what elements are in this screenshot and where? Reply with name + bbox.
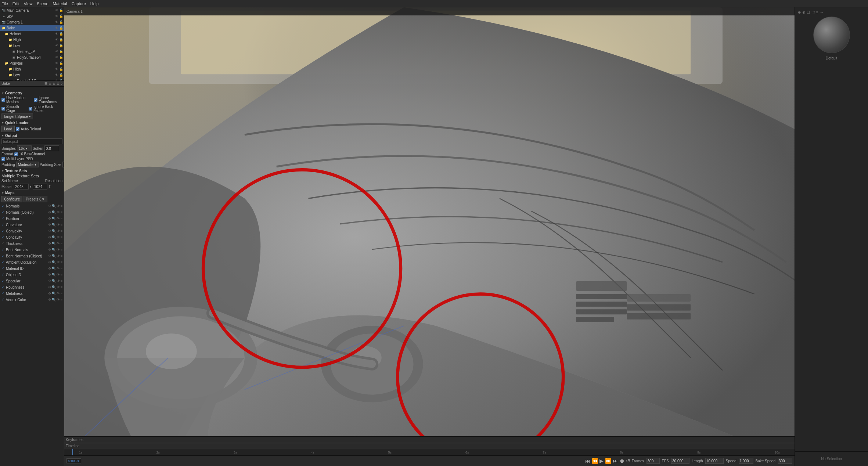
ignore-transforms[interactable]: Ignore Transforms (34, 96, 62, 104)
res-up-down[interactable]: ⬆ (48, 185, 51, 188)
tree-eye-0[interactable]: 👁 (55, 8, 58, 12)
tree-eye-1[interactable]: 👁 (55, 14, 58, 18)
map-eye-12[interactable]: 👁 (57, 279, 60, 283)
map-check-7[interactable]: ✓ (1, 248, 6, 252)
tree-item-sky[interactable]: ☁ Sky 👁 🔒 (0, 13, 64, 19)
res-width-input[interactable] (14, 184, 29, 189)
use-hidden-meshes-checkbox[interactable] (1, 98, 5, 102)
map-check-15[interactable]: ✓ (1, 298, 6, 301)
map-extra-8[interactable]: ≡ (61, 254, 62, 258)
tree-item-high[interactable]: 📁 High 👁 🔒 (0, 66, 64, 72)
auto-reload[interactable]: Auto-Reload (16, 127, 41, 131)
use-hidden-meshes[interactable]: Use Hidden Meshes (1, 96, 33, 104)
tree-item-helmet_lp[interactable]: ▣ Helmet_LP 👁 🔒 (0, 48, 64, 54)
menu-view[interactable]: View (24, 1, 33, 6)
map-settings-1[interactable]: ⚙ (48, 210, 51, 214)
tree-item-high[interactable]: 📁 High 👁 🔒 (0, 37, 64, 43)
map-extra-10[interactable]: ≡ (61, 267, 62, 270)
map-search-11[interactable]: 🔍 (52, 273, 56, 277)
record-button[interactable]: ⏺ (619, 458, 624, 464)
map-check-9[interactable]: ✓ (1, 260, 6, 264)
tree-eye-3[interactable]: 👁 (55, 26, 58, 30)
map-settings-4[interactable]: ⚙ (48, 229, 51, 233)
map-check-10[interactable]: ✓ (1, 267, 6, 270)
menu-file[interactable]: File (1, 1, 8, 6)
soften-input[interactable] (44, 145, 59, 151)
presets-button[interactable]: Presets 8▼ (24, 196, 47, 202)
map-check-0[interactable]: ✓ (1, 204, 6, 208)
step-back-button[interactable]: ⏪ (592, 458, 598, 464)
map-extra-2[interactable]: ≡ (61, 217, 62, 220)
rp-icon-6[interactable]: ↔ (820, 10, 824, 14)
samples-dropdown[interactable]: 16x (17, 145, 32, 151)
tree-lock-1[interactable]: 🔒 (59, 14, 63, 18)
tree-lock-11[interactable]: 🔒 (59, 73, 63, 77)
map-check-2[interactable]: ✓ (1, 217, 6, 220)
map-eye-15[interactable]: 👁 (57, 298, 60, 301)
map-eye-14[interactable]: 👁 (57, 292, 60, 295)
tree-lock-7[interactable]: 🔒 (59, 50, 63, 53)
map-extra-11[interactable]: ≡ (61, 273, 62, 277)
map-search-4[interactable]: 🔍 (52, 229, 56, 233)
map-search-7[interactable]: 🔍 (52, 248, 56, 252)
tree-eye-8[interactable]: 👁 (55, 55, 58, 59)
speed-input[interactable] (739, 458, 753, 464)
tree-eye-4[interactable]: 👁 (55, 32, 58, 36)
padding-size-input[interactable] (62, 162, 64, 167)
bake-icon-2[interactable]: ⊕ (48, 82, 51, 86)
map-settings-0[interactable]: ⚙ (48, 204, 51, 208)
viewport-3d[interactable] (64, 7, 795, 466)
res-height-input[interactable] (33, 184, 47, 189)
fps-input[interactable] (671, 458, 689, 464)
map-search-13[interactable]: 🔍 (52, 285, 56, 289)
map-search-6[interactable]: 🔍 (52, 242, 56, 245)
map-eye-4[interactable]: 👁 (57, 229, 60, 233)
map-settings-2[interactable]: ⚙ (48, 217, 51, 220)
tree-lock-3[interactable]: 🔒 (59, 26, 63, 30)
map-settings-14[interactable]: ⚙ (48, 292, 51, 295)
auto-reload-checkbox[interactable] (16, 127, 19, 131)
map-check-14[interactable]: ✓ (1, 292, 6, 295)
tree-eye-6[interactable]: 👁 (55, 44, 58, 47)
length-input[interactable] (705, 458, 724, 464)
map-eye-1[interactable]: 👁 (57, 210, 60, 214)
rp-icon-4[interactable]: ⬚ (811, 10, 815, 14)
map-settings-8[interactable]: ⚙ (48, 254, 51, 258)
menu-material[interactable]: Material (53, 1, 67, 6)
bake-icon-4[interactable]: ⚙ (57, 82, 60, 86)
tree-item-ponytail_lp[interactable]: ▣ Ponytail_LP 👁 🔒 (0, 78, 64, 81)
map-check-6[interactable]: ✓ (1, 242, 6, 245)
map-eye-6[interactable]: 👁 (57, 242, 60, 245)
map-settings-5[interactable]: ⚙ (48, 235, 51, 239)
format-check[interactable]: 16 Bits/Channel (14, 152, 45, 156)
tangent-space-dropdown[interactable]: Tangent Space (1, 113, 33, 119)
tree-item-bake[interactable]: 📁 Bake 👁 🔒 (0, 25, 64, 31)
rp-icon-3[interactable]: ☐ (807, 10, 810, 14)
map-search-15[interactable]: 🔍 (52, 298, 56, 301)
tree-lock-9[interactable]: 🔒 (59, 61, 63, 65)
map-eye-5[interactable]: 👁 (57, 235, 60, 239)
map-check-1[interactable]: ✓ (1, 210, 6, 214)
menu-scene[interactable]: Scene (37, 1, 48, 6)
configure-button[interactable]: Configure (1, 196, 22, 202)
tree-item-low[interactable]: 📁 Low 👁 🔒 (0, 43, 64, 48)
tree-eye-10[interactable]: 👁 (55, 67, 58, 71)
map-extra-12[interactable]: ≡ (61, 279, 62, 283)
map-check-13[interactable]: ✓ (1, 285, 6, 289)
map-search-8[interactable]: 🔍 (52, 254, 56, 258)
tree-item-ponytail[interactable]: 📁 Ponytail 👁 🔒 (0, 60, 64, 66)
ignore-back-faces-checkbox[interactable] (29, 107, 32, 111)
map-search-9[interactable]: 🔍 (52, 260, 56, 264)
map-check-5[interactable]: ✓ (1, 235, 6, 239)
timeline-ruler[interactable]: 1s 2s 3s 4s 5s 6s 7s 8s 9s 10s (64, 449, 795, 456)
tree-item-polysurface54[interactable]: ▣ PolySurface54 👁 🔒 (0, 54, 64, 60)
map-eye-9[interactable]: 👁 (57, 260, 60, 264)
tree-lock-6[interactable]: 🔒 (59, 44, 63, 47)
map-search-1[interactable]: 🔍 (52, 210, 56, 214)
ignore-back-faces[interactable]: Ignore Back Faces (29, 105, 62, 113)
map-eye-11[interactable]: 👁 (57, 273, 60, 277)
menu-edit[interactable]: Edit (12, 1, 19, 6)
padding-dropdown[interactable]: Moderate (16, 162, 39, 167)
map-extra-5[interactable]: ≡ (61, 235, 62, 239)
map-check-8[interactable]: ✓ (1, 254, 6, 258)
